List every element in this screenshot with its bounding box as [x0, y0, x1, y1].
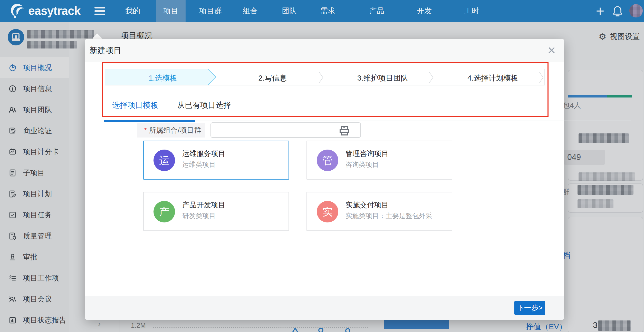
- nav-item-9[interactable]: 工时: [457, 0, 486, 22]
- template-card-4[interactable]: 实 实施交付项目 实施类项目：主要是整包外采: [306, 192, 452, 231]
- template-title: 管理咨询项目: [345, 149, 389, 159]
- logo-bird-icon: [9, 2, 26, 19]
- wizard-step-4[interactable]: 4.选择计划模板: [467, 73, 518, 83]
- org-group-input[interactable]: [215, 124, 339, 136]
- template-avatar: 产: [153, 201, 175, 222]
- template-card-1[interactable]: 运 运维服务项目 运维类项目: [143, 141, 289, 180]
- template-desc: 咨询类项目: [345, 160, 379, 169]
- step-separator-chevron: [429, 72, 434, 83]
- wizard-steps: 1.选模板2.写信息3.维护项目团队4.选择计划模板: [105, 69, 545, 85]
- nav-item-1[interactable]: 我的: [118, 0, 147, 22]
- new-project-modal: 新建项目 × 1.选模板2.写信息3.维护项目团队4.选择计划模板 选择项目模板…: [85, 39, 564, 320]
- next-step-button[interactable]: 下一步>: [514, 301, 545, 315]
- template-avatar: 管: [317, 150, 338, 171]
- wizard-step-2[interactable]: 2.写信息: [258, 73, 287, 83]
- active-tab-indicator: [104, 120, 195, 122]
- modal-tab-2[interactable]: 从已有项目选择: [177, 100, 231, 111]
- nav-item-4[interactable]: 组合: [236, 0, 265, 22]
- logo-text: easytrack: [28, 4, 80, 18]
- nav-item-7[interactable]: 产品: [362, 0, 391, 22]
- wizard-step-3[interactable]: 3.维护项目团队: [357, 73, 408, 83]
- template-avatar: 实: [317, 201, 338, 222]
- close-icon[interactable]: ×: [544, 42, 559, 58]
- required-asterisk: *: [144, 126, 147, 134]
- template-desc: 研发类项目: [182, 211, 216, 220]
- template-card-3[interactable]: 产 产品开发项目 研发类项目: [143, 192, 289, 231]
- modal-footer: 下一步>: [85, 296, 564, 320]
- org-picker-icon[interactable]: [339, 125, 350, 136]
- org-group-label: * 所属组合/项目群: [137, 123, 205, 138]
- template-title: 产品开发项目: [182, 200, 225, 210]
- user-avatar[interactable]: [629, 4, 643, 17]
- modal-tab-1[interactable]: 选择项目模板: [112, 100, 158, 111]
- notifications-bell-icon[interactable]: [612, 6, 623, 18]
- nav-item-8[interactable]: 开发: [410, 0, 439, 22]
- add-icon[interactable]: +: [594, 4, 606, 18]
- nav-item-2[interactable]: 项目: [156, 0, 186, 22]
- wizard-step-1[interactable]: 1.选模板: [149, 73, 177, 83]
- template-desc: 实施类项目：主要是整包外采: [345, 211, 432, 220]
- top-navbar: easytrack 我的项目项目群组合团队需求产品开发工时 +: [0, 0, 644, 22]
- template-desc: 运维类项目: [182, 160, 216, 169]
- nav-item-5[interactable]: 团队: [275, 0, 304, 22]
- nav-item-3[interactable]: 项目群: [192, 0, 229, 22]
- step-separator-chevron: [539, 72, 544, 83]
- template-title: 实施交付项目: [345, 200, 389, 210]
- step-separator-chevron: [319, 72, 324, 83]
- tabs-baseline: [195, 121, 631, 121]
- app-logo: easytrack: [9, 3, 80, 19]
- template-title: 运维服务项目: [182, 149, 225, 159]
- nav-item-6[interactable]: 需求: [313, 0, 342, 22]
- org-group-picker[interactable]: [210, 122, 361, 138]
- modal-header: 新建项目 ×: [85, 39, 564, 62]
- hamburger-menu-icon[interactable]: [94, 7, 105, 15]
- template-avatar: 运: [153, 150, 175, 171]
- modal-title: 新建项目: [90, 45, 121, 56]
- template-card-2[interactable]: 管 管理咨询项目 咨询类项目: [306, 141, 452, 180]
